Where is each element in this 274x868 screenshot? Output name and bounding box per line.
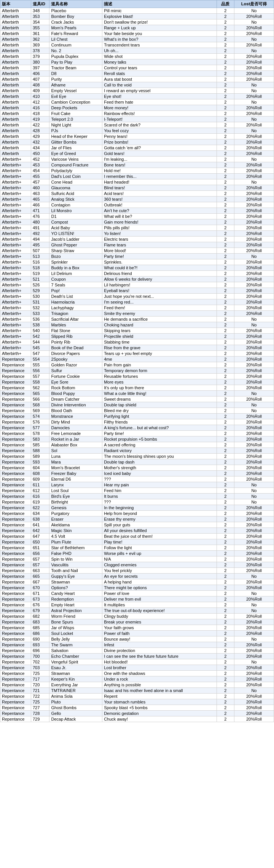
quality-cell: 2 xyxy=(217,488,234,494)
lost-cell: 20%Roll xyxy=(234,699,274,705)
quality-cell: 2 xyxy=(217,25,234,31)
version-cell: Afterbirth+ xyxy=(0,231,31,237)
name-cell: Mom's Pearls xyxy=(49,25,102,31)
lost-cell: 20%Roll xyxy=(234,248,274,254)
id-cell: 416 xyxy=(31,105,49,111)
lost-cell: No xyxy=(234,574,274,579)
version-cell: Repentance xyxy=(0,596,31,602)
lost-cell: 20%Roll xyxy=(234,396,274,402)
quality-cell: 2 xyxy=(217,111,234,117)
table-row: Afterbirth407PurityAura stat boost220%Ro… xyxy=(0,77,274,82)
version-cell: Afterbirth xyxy=(0,99,31,105)
version-cell: Repentance xyxy=(0,642,31,648)
desc-cell: Blind tears! xyxy=(102,185,217,191)
desc-cell: Money talks xyxy=(102,59,217,65)
table-row: Repentance686Soul LocketPower of faith22… xyxy=(0,631,274,636)
quality-cell: 2 xyxy=(217,631,234,636)
id-cell: 466 xyxy=(31,202,49,208)
name-cell: Monstrance xyxy=(49,414,102,419)
lost-cell: 20%Roll xyxy=(234,42,274,48)
desc-cell: Just hope you're not next... xyxy=(102,294,217,299)
desc-cell: Aura stat boost xyxy=(102,77,217,82)
version-cell: Afterbirth xyxy=(0,77,31,82)
desc-cell: Isaac and his mother lived alone in a sm… xyxy=(102,688,217,694)
version-cell: Afterbirth+ xyxy=(0,317,31,322)
id-cell: 685 xyxy=(31,625,49,631)
id-cell: 638 xyxy=(31,516,49,522)
table-row: Afterbirth+465Analog Stick360 tears!220%… xyxy=(0,197,274,202)
version-cell: Repentance xyxy=(0,625,31,631)
id-cell: 409 xyxy=(31,88,49,94)
quality-cell: 2 xyxy=(217,396,234,402)
name-cell: Star of Bethlehem xyxy=(49,545,102,551)
version-cell: Repentance xyxy=(0,356,31,362)
quality-cell: 2 xyxy=(217,391,234,396)
items-table: 版本 道具ID 道具名称 描述 品质 Lost是否可得 Afterbirth34… xyxy=(0,0,274,722)
id-cell: 609 xyxy=(31,476,49,482)
quality-cell: 2 xyxy=(217,591,234,596)
lost-cell: 20%Roll xyxy=(234,585,274,591)
name-cell: The Swarm xyxy=(49,642,102,648)
version-cell: Afterbirth+ xyxy=(0,334,31,339)
name-cell: Luna xyxy=(49,454,102,459)
lost-cell: 20%Roll xyxy=(234,642,274,648)
lost-cell: 20%Roll xyxy=(234,545,274,551)
quality-cell: 2 xyxy=(217,659,234,665)
id-cell: 558 xyxy=(31,379,49,385)
id-cell: 593 xyxy=(31,459,49,465)
id-cell: 650 xyxy=(31,539,49,545)
lost-cell: 20%Roll xyxy=(234,351,274,356)
name-cell: Sacrificial Altar xyxy=(49,317,102,322)
table-row: Repentance683Bone SpursBreak your enemie… xyxy=(0,619,274,625)
version-cell: Afterbirth+ xyxy=(0,271,31,277)
quality-cell: 2 xyxy=(217,585,234,591)
id-cell: 457 xyxy=(31,179,49,185)
id-cell: 616 xyxy=(31,494,49,499)
name-cell: Salvation xyxy=(49,648,102,654)
lost-cell: 20%Roll xyxy=(234,671,274,676)
desc-cell: Rocket propulsion +5 bombs xyxy=(102,436,217,442)
name-cell: Gello xyxy=(49,711,102,716)
lost-cell: 20%Roll xyxy=(234,134,274,139)
quality-cell: 2 xyxy=(217,294,234,299)
id-cell: 434 xyxy=(31,145,49,151)
lost-cell: No xyxy=(234,408,274,414)
desc-cell: Infest xyxy=(102,642,217,648)
table-row: Afterbirth428PJsYou feel cozy2No xyxy=(0,128,274,134)
lost-cell: 20%Roll xyxy=(234,425,274,431)
id-cell: 418 xyxy=(31,111,49,117)
quality-cell: 2 xyxy=(217,419,234,425)
name-cell: Dirty Mind xyxy=(49,419,102,425)
desc-cell: Reroll stats xyxy=(102,71,217,77)
table-row: Repentance638EraserErase thy enemy220%Ro… xyxy=(0,516,274,522)
version-cell: Afterbirth+ xyxy=(0,277,31,282)
name-cell: D8 xyxy=(49,71,102,77)
desc-cell: I'm seeing red... xyxy=(102,299,217,305)
table-row: Repentance5542Spooky4me220%Roll xyxy=(0,356,274,362)
lost-cell: 20%Roll xyxy=(234,442,274,448)
id-cell: 547 xyxy=(31,351,49,356)
lost-cell: No xyxy=(234,19,274,25)
id-cell: 361 xyxy=(31,31,49,37)
lost-cell: 20%Roll xyxy=(234,214,274,219)
version-cell: Afterbirth+ xyxy=(0,179,31,185)
version-cell: Repentance xyxy=(0,402,31,408)
id-cell: 526 xyxy=(31,282,49,288)
desc-cell: Help from beyond xyxy=(102,511,217,516)
desc-cell: Pills pills pills! xyxy=(102,225,217,231)
id-cell: 557 xyxy=(31,374,49,379)
desc-cell: It's only up from there xyxy=(102,385,217,391)
quality-cell: 2 xyxy=(217,88,234,94)
name-cell: D1 xyxy=(49,214,102,219)
quality-cell: 2 xyxy=(217,511,234,516)
id-cell: 656 xyxy=(31,551,49,556)
desc-cell: Iced iced baby xyxy=(102,471,217,476)
table-row: Afterbirth+518Buddy in a BoxWhat could i… xyxy=(0,265,274,271)
id-cell: 657 xyxy=(31,562,49,568)
desc-cell: Deliver me from evil xyxy=(102,596,217,602)
quality-cell: 2 xyxy=(217,248,234,254)
desc-cell: Choking hazard xyxy=(102,322,217,328)
lost-cell: 20%Roll xyxy=(234,151,274,157)
version-cell: Repentance xyxy=(0,516,31,522)
table-row: Repentance679Astral ProjectionThe true o… xyxy=(0,608,274,614)
